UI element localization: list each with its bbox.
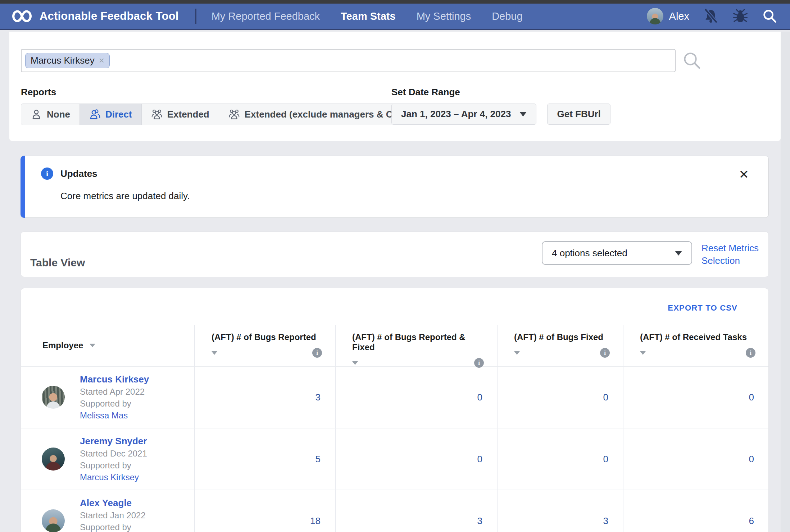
user-name: Alex	[669, 10, 689, 22]
cell-bugs-reported-fixed: 0	[335, 428, 497, 490]
employee-started: Started Dec 2021	[80, 449, 147, 459]
column-title: (AFT) # of Bugs Reported	[212, 332, 322, 342]
employee-started: Started Jan 2022	[80, 510, 146, 520]
supporter-link[interactable]: Marcus Kirksey	[80, 472, 147, 482]
reports-segmented-control: None Direct	[21, 104, 419, 125]
scrollbar-track[interactable]	[781, 32, 790, 532]
date-range-value: Jan 1, 2023 – Apr 4, 2023	[401, 109, 511, 120]
date-range-dropdown[interactable]: Jan 1, 2023 – Apr 4, 2023	[391, 104, 536, 125]
header-divider	[195, 9, 196, 24]
sort-caret-icon[interactable]	[212, 351, 217, 355]
cell-bugs-fixed: 3	[497, 490, 623, 532]
employee-name-link[interactable]: Alex Yeagle	[80, 497, 146, 509]
cell-bugs-reported-fixed: 3	[335, 490, 497, 532]
reports-option-extended[interactable]: Extended	[142, 104, 219, 125]
column-header-bugs-fixed[interactable]: (AFT) # of Bugs Fixed i	[497, 325, 623, 367]
banner-message: Core metrics are updated daily.	[60, 191, 754, 202]
cell-received-tasks: 0	[623, 367, 768, 428]
avatar	[42, 386, 65, 409]
header-right: Alex	[647, 8, 778, 24]
avatar	[42, 509, 65, 532]
metrics-options-dropdown[interactable]: 4 options selected	[542, 241, 692, 265]
supported-by-label: Supported by	[80, 399, 149, 409]
search-magnifier-icon	[682, 51, 702, 71]
column-title: (AFT) # of Bugs Reported & Fixed	[352, 332, 484, 352]
bug-report-icon[interactable]	[732, 8, 748, 24]
browser-top-strip	[0, 0, 790, 4]
table-row-employee: Alex Yeagle Started Jan 2022 Supported b…	[21, 490, 194, 532]
people-two-icon	[89, 109, 101, 120]
reports-option-none[interactable]: None	[21, 104, 80, 125]
chevron-down-icon	[519, 112, 527, 116]
updates-banner: i Updates Core metrics are updated daily…	[21, 156, 769, 218]
stats-table-panel: EXPORT TO CSV Employee (AFT) # of Bugs R…	[21, 288, 769, 532]
reports-option-extended-exclude[interactable]: Extended (exclude managers & CWs)	[219, 104, 419, 125]
column-info-icon[interactable]: i	[312, 348, 322, 358]
nav-my-settings[interactable]: My Settings	[417, 10, 471, 22]
supporter-link[interactable]: Melissa Mas	[80, 411, 149, 421]
user-avatar[interactable]	[647, 8, 663, 24]
table-view-title: Table View	[30, 257, 85, 269]
brand: Actionable Feedback Tool	[12, 10, 179, 23]
cell-bugs-reported: 3	[194, 367, 335, 428]
sort-caret-icon[interactable]	[90, 344, 95, 347]
close-icon[interactable]: ✕	[739, 168, 749, 180]
cell-bugs-fixed: 0	[497, 428, 623, 490]
cell-bugs-reported-fixed: 0	[335, 367, 497, 428]
user-menu[interactable]: Alex	[647, 8, 689, 24]
get-fburl-button[interactable]: Get FBUrl	[547, 104, 610, 125]
column-header-employee[interactable]: Employee	[21, 325, 194, 367]
column-header-bugs-reported[interactable]: (AFT) # of Bugs Reported i	[194, 325, 335, 367]
column-info-icon[interactable]: i	[474, 358, 484, 368]
selected-person-chip[interactable]: Marcus Kirksey ×	[25, 53, 110, 68]
avatar	[42, 448, 65, 471]
page: Actionable Feedback Tool My Reported Fee…	[0, 0, 790, 532]
sort-caret-icon[interactable]	[352, 361, 358, 365]
employee-name-link[interactable]: Marcus Kirksey	[80, 374, 149, 385]
people-three-icon	[228, 109, 240, 120]
employee-search-input[interactable]: Marcus Kirksey ×	[21, 49, 676, 72]
supported-by-label: Supported by	[80, 522, 146, 532]
supported-by-label: Supported by	[80, 460, 147, 471]
nav-my-reported-feedback[interactable]: My Reported Feedback	[212, 10, 320, 22]
notifications-muted-icon[interactable]	[703, 8, 719, 24]
sort-caret-icon[interactable]	[514, 351, 520, 355]
column-title: Employee	[42, 340, 83, 350]
meta-logo-icon	[12, 10, 32, 23]
column-title: (AFT) # of Bugs Fixed	[514, 332, 610, 342]
column-title: (AFT) # of Received Tasks	[640, 332, 755, 342]
app-title: Actionable Feedback Tool	[40, 10, 179, 23]
table-view-panel: Table View 4 options selected Reset Metr…	[21, 231, 769, 277]
cell-bugs-reported: 18	[194, 490, 335, 532]
search-icon[interactable]	[762, 8, 778, 24]
sort-caret-icon[interactable]	[640, 351, 646, 355]
chip-remove-icon[interactable]: ×	[99, 55, 104, 66]
date-range-label: Set Date Range	[391, 87, 610, 98]
app-header: Actionable Feedback Tool My Reported Fee…	[0, 4, 790, 30]
reports-option-label: None	[47, 109, 70, 120]
column-info-icon[interactable]: i	[600, 348, 610, 358]
stats-table: Employee (AFT) # of Bugs Reported i (AFT…	[21, 325, 768, 532]
nav-debug[interactable]: Debug	[492, 10, 522, 22]
banner-title: Updates	[60, 168, 97, 179]
main-nav: My Reported Feedback Team Stats My Setti…	[212, 10, 523, 22]
column-header-bugs-reported-fixed[interactable]: (AFT) # of Bugs Reported & Fixed i	[335, 325, 497, 367]
cell-bugs-fixed: 0	[497, 367, 623, 428]
column-info-icon[interactable]: i	[746, 348, 755, 358]
reports-option-label: Extended (exclude managers & CWs)	[245, 109, 410, 120]
employee-name-link[interactable]: Jeremy Snyder	[80, 436, 147, 447]
cell-received-tasks: 0	[623, 428, 768, 490]
person-icon	[31, 109, 42, 120]
nav-team-stats[interactable]: Team Stats	[341, 10, 396, 22]
employee-started: Started Apr 2022	[80, 387, 149, 397]
export-to-csv-link[interactable]: EXPORT TO CSV	[668, 303, 737, 312]
column-header-received-tasks[interactable]: (AFT) # of Received Tasks i	[623, 325, 768, 367]
reports-option-label: Extended	[167, 109, 209, 120]
cell-bugs-reported: 5	[194, 428, 335, 490]
table-row-employee: Jeremy Snyder Started Dec 2021 Supported…	[21, 428, 194, 490]
reports-option-direct[interactable]: Direct	[80, 104, 142, 125]
filter-panel: Marcus Kirksey × Reports	[9, 32, 781, 141]
chip-label: Marcus Kirksey	[31, 55, 95, 66]
reset-metrics-link[interactable]: Reset Metrics Selection	[702, 242, 759, 267]
people-three-icon	[151, 109, 163, 120]
